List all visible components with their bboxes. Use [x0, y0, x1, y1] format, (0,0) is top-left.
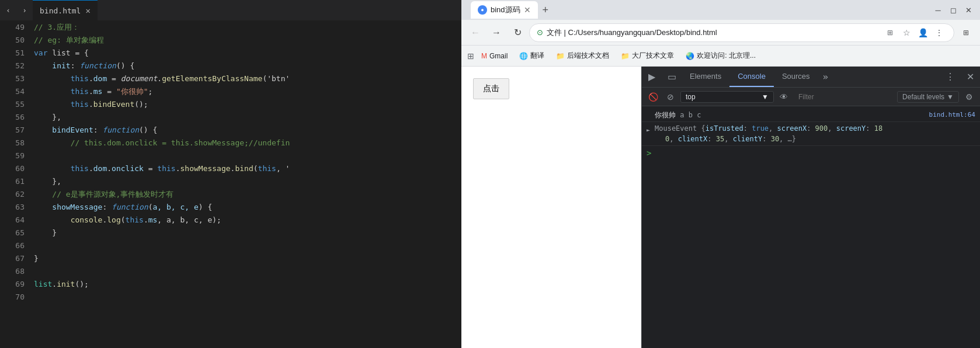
- devtools-tab-elements[interactable]: Elements: [682, 67, 729, 87]
- code-line-68: [34, 265, 457, 278]
- filter-input[interactable]: [794, 93, 895, 101]
- devtools-tab-console[interactable]: Console: [729, 67, 774, 87]
- translate-label: 翻译: [530, 51, 544, 61]
- bookmark-gmail[interactable]: M Gmail: [477, 50, 512, 62]
- browser-tabs: ● bind源码 ✕ +: [471, 1, 698, 19]
- line-numbers: 4950515253 5455565758 5960616263 6465666…: [0, 21, 29, 348]
- forward-button[interactable]: →: [487, 23, 506, 42]
- console-entry-log: 你很帅 a b c bind.html:64: [642, 109, 980, 122]
- code-line-61: },: [34, 175, 457, 188]
- context-selector[interactable]: top ▼: [680, 91, 774, 103]
- close-button[interactable]: ✕: [961, 3, 975, 17]
- browser-tab-label: bind源码: [491, 5, 520, 15]
- editor-tab-label: bind.html: [40, 6, 81, 15]
- console-settings-button[interactable]: ⚙: [961, 89, 976, 105]
- editor-tab-close[interactable]: ✕: [85, 6, 90, 15]
- bookmark-button[interactable]: ☆: [899, 25, 914, 40]
- code-line-69: list.init();: [34, 278, 457, 291]
- devtools-inspect-button[interactable]: ▶: [642, 67, 662, 87]
- gmail-label: Gmail: [489, 52, 508, 60]
- context-label: top: [686, 93, 696, 101]
- devtools-settings-button[interactable]: ⋮: [940, 67, 960, 87]
- console-source-link[interactable]: bind.html:64: [929, 110, 975, 120]
- code-area: 4950515253 5455565758 5960616263 6465666…: [0, 21, 461, 348]
- code-line-64: console.log(this.ms, a, b, c, e);: [34, 214, 457, 227]
- gmail-icon: M: [481, 52, 487, 60]
- console-toolbar: 🚫 ⊘ top ▼ 👁 Default levels ▼ ⚙: [642, 88, 980, 106]
- browser-content: 点击 ▶ ▭ Elements Console Sources: [461, 67, 980, 348]
- bookmark-tech-articles[interactable]: 📁 大厂技术文章: [616, 48, 679, 63]
- devtools-tab-sources[interactable]: Sources: [774, 67, 818, 87]
- globe-icon: 🌏: [686, 52, 694, 60]
- bookmark-welcome[interactable]: 🌏 欢迎访问: 北京理...: [681, 48, 760, 63]
- editor-tab-bind-html[interactable]: bind.html ✕: [33, 0, 98, 20]
- editor-tabs: ‹ › bind.html ✕: [0, 0, 461, 21]
- console-filter-button[interactable]: ⊘: [663, 89, 678, 105]
- code-line-56: },: [34, 111, 457, 124]
- bookmark-translate[interactable]: 🌐 翻译: [515, 48, 549, 63]
- translate-icon: 🌐: [519, 52, 528, 60]
- console-output[interactable]: 你很帅 a b c bind.html:64 ► MouseEvent {isT…: [642, 106, 980, 348]
- code-line-59: [34, 149, 457, 162]
- devtools-toolbar: ▶ ▭ Elements Console Sources »: [642, 67, 980, 88]
- filter-input-wrap: [794, 93, 895, 101]
- console-clear-button[interactable]: 🚫: [645, 89, 661, 105]
- new-tab-button[interactable]: +: [539, 4, 552, 16]
- welcome-label: 欢迎访问: 北京理...: [697, 51, 756, 61]
- folder-icon-2: 📁: [621, 52, 630, 60]
- browser-bookmarks: ⊞ M Gmail 🌐 翻译 📁 后端技术文档 📁 大厂技术文章 🌏 欢迎访问:…: [461, 46, 980, 67]
- extensions-button[interactable]: ⊞: [957, 23, 975, 42]
- code-line-49: // 3.应用：: [34, 21, 457, 34]
- context-dropdown-arrow: ▼: [762, 93, 769, 101]
- options-button[interactable]: ⋮: [932, 25, 947, 40]
- code-line-57: bindEvent: function() {: [34, 124, 457, 137]
- webpage-area: 点击: [461, 67, 641, 348]
- code-line-67: }: [34, 252, 457, 265]
- code-line-60: this.dom.onclick = this.showMessage.bind…: [34, 162, 457, 175]
- browser-tab-close[interactable]: ✕: [524, 5, 531, 15]
- browser-addressbar: ← → ↻ ⊙ 文件 | C:/Users/huangyangquan/Desk…: [461, 20, 980, 46]
- devtools-device-button[interactable]: ▭: [662, 67, 682, 87]
- restore-button[interactable]: ◻: [946, 3, 960, 17]
- bookmark-backend-docs[interactable]: 📁 后端技术文档: [551, 48, 614, 63]
- apps-icon: ⊞: [467, 51, 474, 61]
- code-line-53: this.dom = document.getElementsByClassNa…: [34, 72, 457, 85]
- code-line-65: }: [34, 227, 457, 239]
- devtools-end-buttons: ⋮ ✕: [940, 67, 980, 87]
- code-line-66: [34, 239, 457, 252]
- window-controls: ─ ◻ ✕: [931, 3, 975, 17]
- browser-panel: ● bind源码 ✕ + ─ ◻ ✕ ← → ↻ ⊙ 文件 | C:/Users…: [461, 0, 980, 348]
- back-button[interactable]: ←: [466, 23, 485, 42]
- devtools-tabs: Elements Console Sources »: [682, 67, 833, 87]
- address-box[interactable]: ⊙ 文件 | C:/Users/huangyangquan/Desktop/bi…: [529, 23, 954, 42]
- address-text: 文件 | C:/Users/huangyangquan/Desktop/bind…: [547, 27, 879, 38]
- console-log-text: 你很帅 a b c: [655, 110, 929, 120]
- translate-page-button[interactable]: ⊞: [882, 25, 898, 40]
- tech-articles-label: 大厂技术文章: [632, 51, 674, 61]
- chevron-down-icon: ▼: [947, 93, 954, 101]
- browser-tab-icon: ●: [478, 5, 487, 15]
- browser-tab-active[interactable]: ● bind源码 ✕: [471, 1, 538, 19]
- code-line-70: [34, 291, 457, 304]
- editor-nav-next[interactable]: ›: [16, 0, 33, 20]
- address-actions: ⊞ ☆ 👤 ⋮: [882, 25, 947, 40]
- code-content[interactable]: // 3.应用： // eg: 单对象编程 var list = { init:…: [29, 21, 461, 348]
- code-line-50: // eg: 单对象编程: [34, 34, 457, 47]
- profile-button[interactable]: 👤: [915, 25, 930, 40]
- console-entry-object: ► MouseEvent {isTrusted: true, screenX: …: [642, 122, 980, 146]
- minimize-button[interactable]: ─: [931, 3, 945, 17]
- devtools-close-button[interactable]: ✕: [960, 67, 980, 87]
- console-prompt[interactable]: >: [642, 146, 980, 160]
- devtools-tab-more[interactable]: »: [818, 67, 833, 87]
- editor-nav-prev[interactable]: ‹: [0, 0, 16, 20]
- object-expand-arrow[interactable]: ►: [647, 125, 652, 135]
- refresh-button[interactable]: ↻: [508, 23, 527, 42]
- console-eye-button[interactable]: 👁: [776, 89, 791, 105]
- code-line-54: this.ms = "你很帅";: [34, 85, 457, 98]
- default-levels-button[interactable]: Default levels ▼: [897, 91, 959, 103]
- click-button[interactable]: 点击: [473, 78, 509, 99]
- code-line-63: showMessage: function(a, b, c, e) {: [34, 201, 457, 214]
- editor-panel: ‹ › bind.html ✕ 4950515253 5455565758 59…: [0, 0, 461, 348]
- folder-icon-1: 📁: [556, 52, 565, 60]
- code-line-51: var list = {: [34, 47, 457, 60]
